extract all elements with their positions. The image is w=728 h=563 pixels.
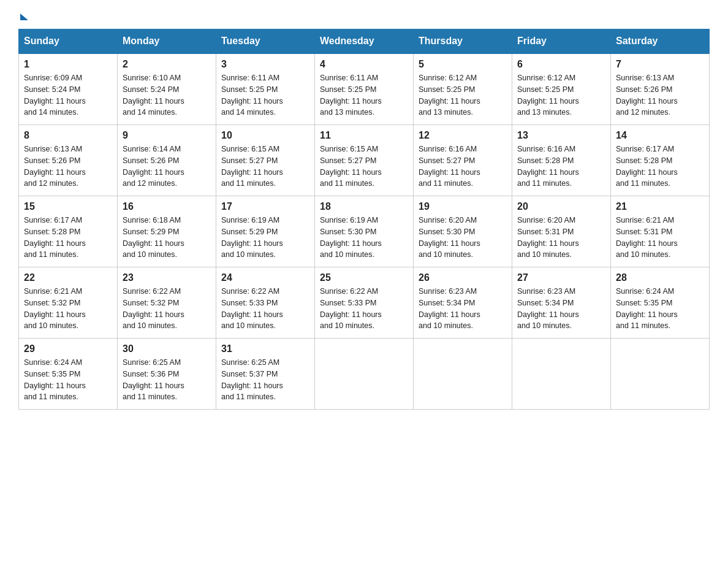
calendar-cell: 8 Sunrise: 6:13 AMSunset: 5:26 PMDayligh… — [19, 125, 118, 196]
day-number: 13 — [517, 130, 605, 141]
day-info: Sunrise: 6:19 AMSunset: 5:30 PMDaylight:… — [320, 216, 382, 259]
day-number: 21 — [616, 201, 704, 212]
day-info: Sunrise: 6:12 AMSunset: 5:25 PMDaylight:… — [517, 74, 579, 117]
day-number: 26 — [419, 272, 507, 283]
day-info: Sunrise: 6:20 AMSunset: 5:31 PMDaylight:… — [517, 216, 579, 259]
day-info: Sunrise: 6:10 AMSunset: 5:24 PMDaylight:… — [123, 74, 184, 117]
calendar-week-2: 8 Sunrise: 6:13 AMSunset: 5:26 PMDayligh… — [19, 125, 710, 196]
day-info: Sunrise: 6:17 AMSunset: 5:28 PMDaylight:… — [24, 216, 86, 259]
day-number: 31 — [221, 343, 309, 354]
calendar-cell: 13 Sunrise: 6:16 AMSunset: 5:28 PMDaylig… — [512, 125, 611, 196]
calendar-cell: 15 Sunrise: 6:17 AMSunset: 5:28 PMDaylig… — [19, 196, 118, 267]
day-number: 16 — [123, 201, 211, 212]
calendar-week-3: 15 Sunrise: 6:17 AMSunset: 5:28 PMDaylig… — [19, 196, 710, 267]
calendar-cell: 25 Sunrise: 6:22 AMSunset: 5:33 PMDaylig… — [315, 267, 414, 339]
day-number: 12 — [419, 130, 507, 141]
day-info: Sunrise: 6:25 AMSunset: 5:37 PMDaylight:… — [221, 358, 283, 401]
day-number: 29 — [24, 343, 112, 354]
calendar-cell — [414, 339, 512, 410]
day-number: 3 — [221, 59, 309, 70]
day-number: 9 — [123, 130, 211, 141]
day-info: Sunrise: 6:22 AMSunset: 5:33 PMDaylight:… — [320, 287, 382, 330]
day-number: 15 — [24, 201, 112, 212]
calendar-header-thursday: Thursday — [414, 29, 512, 54]
day-info: Sunrise: 6:17 AMSunset: 5:28 PMDaylight:… — [616, 145, 678, 188]
calendar-cell: 12 Sunrise: 6:16 AMSunset: 5:27 PMDaylig… — [414, 125, 512, 196]
calendar-cell: 6 Sunrise: 6:12 AMSunset: 5:25 PMDayligh… — [512, 53, 611, 125]
calendar-cell: 22 Sunrise: 6:21 AMSunset: 5:32 PMDaylig… — [19, 267, 118, 339]
calendar-body: 1 Sunrise: 6:09 AMSunset: 5:24 PMDayligh… — [19, 53, 710, 410]
calendar-header-row: SundayMondayTuesdayWednesdayThursdayFrid… — [19, 29, 710, 54]
calendar-week-5: 29 Sunrise: 6:24 AMSunset: 5:35 PMDaylig… — [19, 339, 710, 410]
day-number: 25 — [320, 272, 408, 283]
day-info: Sunrise: 6:21 AMSunset: 5:31 PMDaylight:… — [616, 216, 678, 259]
day-info: Sunrise: 6:16 AMSunset: 5:28 PMDaylight:… — [517, 145, 579, 188]
calendar-cell — [611, 339, 710, 410]
calendar-header-friday: Friday — [512, 29, 611, 54]
day-number: 22 — [24, 272, 112, 283]
day-number: 23 — [123, 272, 211, 283]
day-info: Sunrise: 6:24 AMSunset: 5:35 PMDaylight:… — [24, 358, 86, 401]
day-number: 17 — [221, 201, 309, 212]
day-info: Sunrise: 6:11 AMSunset: 5:25 PMDaylight:… — [320, 74, 382, 117]
calendar-cell: 4 Sunrise: 6:11 AMSunset: 5:25 PMDayligh… — [315, 53, 414, 125]
day-info: Sunrise: 6:18 AMSunset: 5:29 PMDaylight:… — [123, 216, 184, 259]
calendar-cell — [512, 339, 611, 410]
calendar-cell: 28 Sunrise: 6:24 AMSunset: 5:35 PMDaylig… — [611, 267, 710, 339]
day-info: Sunrise: 6:09 AMSunset: 5:24 PMDaylight:… — [24, 74, 86, 117]
calendar-cell: 14 Sunrise: 6:17 AMSunset: 5:28 PMDaylig… — [611, 125, 710, 196]
day-number: 24 — [221, 272, 309, 283]
calendar-cell: 10 Sunrise: 6:15 AMSunset: 5:27 PMDaylig… — [216, 125, 315, 196]
calendar-cell: 21 Sunrise: 6:21 AMSunset: 5:31 PMDaylig… — [611, 196, 710, 267]
calendar-cell: 9 Sunrise: 6:14 AMSunset: 5:26 PMDayligh… — [118, 125, 216, 196]
day-number: 4 — [320, 59, 408, 70]
calendar-cell: 1 Sunrise: 6:09 AMSunset: 5:24 PMDayligh… — [19, 53, 118, 125]
day-info: Sunrise: 6:13 AMSunset: 5:26 PMDaylight:… — [24, 145, 86, 188]
calendar-cell: 26 Sunrise: 6:23 AMSunset: 5:34 PMDaylig… — [414, 267, 512, 339]
day-info: Sunrise: 6:23 AMSunset: 5:34 PMDaylight:… — [517, 287, 579, 330]
calendar-cell: 23 Sunrise: 6:22 AMSunset: 5:32 PMDaylig… — [118, 267, 216, 339]
day-number: 10 — [221, 130, 309, 141]
calendar-header-wednesday: Wednesday — [315, 29, 414, 54]
calendar-week-1: 1 Sunrise: 6:09 AMSunset: 5:24 PMDayligh… — [19, 53, 710, 125]
calendar-header-sunday: Sunday — [19, 29, 118, 54]
day-info: Sunrise: 6:15 AMSunset: 5:27 PMDaylight:… — [221, 145, 283, 188]
calendar-cell: 19 Sunrise: 6:20 AMSunset: 5:30 PMDaylig… — [414, 196, 512, 267]
day-number: 28 — [616, 272, 704, 283]
day-number: 5 — [419, 59, 507, 70]
day-info: Sunrise: 6:22 AMSunset: 5:33 PMDaylight:… — [221, 287, 283, 330]
calendar-cell: 3 Sunrise: 6:11 AMSunset: 5:25 PMDayligh… — [216, 53, 315, 125]
calendar-cell: 31 Sunrise: 6:25 AMSunset: 5:37 PMDaylig… — [216, 339, 315, 410]
day-number: 8 — [24, 130, 112, 141]
day-number: 11 — [320, 130, 408, 141]
day-info: Sunrise: 6:11 AMSunset: 5:25 PMDaylight:… — [221, 74, 283, 117]
calendar-cell: 17 Sunrise: 6:19 AMSunset: 5:29 PMDaylig… — [216, 196, 315, 267]
day-number: 30 — [123, 343, 211, 354]
calendar-header-monday: Monday — [118, 29, 216, 54]
calendar-cell: 24 Sunrise: 6:22 AMSunset: 5:33 PMDaylig… — [216, 267, 315, 339]
calendar-cell: 20 Sunrise: 6:20 AMSunset: 5:31 PMDaylig… — [512, 196, 611, 267]
calendar-table: SundayMondayTuesdayWednesdayThursdayFrid… — [18, 29, 710, 410]
day-number: 14 — [616, 130, 704, 141]
day-number: 6 — [517, 59, 605, 70]
logo — [18, 12, 28, 17]
day-info: Sunrise: 6:23 AMSunset: 5:34 PMDaylight:… — [419, 287, 480, 330]
day-info: Sunrise: 6:12 AMSunset: 5:25 PMDaylight:… — [419, 74, 480, 117]
calendar-header-saturday: Saturday — [611, 29, 710, 54]
page-header — [18, 12, 710, 17]
day-info: Sunrise: 6:25 AMSunset: 5:36 PMDaylight:… — [123, 358, 184, 401]
calendar-cell: 11 Sunrise: 6:15 AMSunset: 5:27 PMDaylig… — [315, 125, 414, 196]
day-info: Sunrise: 6:14 AMSunset: 5:26 PMDaylight:… — [123, 145, 184, 188]
day-number: 19 — [419, 201, 507, 212]
day-number: 1 — [24, 59, 112, 70]
day-info: Sunrise: 6:21 AMSunset: 5:32 PMDaylight:… — [24, 287, 86, 330]
day-info: Sunrise: 6:19 AMSunset: 5:29 PMDaylight:… — [221, 216, 283, 259]
day-info: Sunrise: 6:15 AMSunset: 5:27 PMDaylight:… — [320, 145, 382, 188]
calendar-cell: 29 Sunrise: 6:24 AMSunset: 5:35 PMDaylig… — [19, 339, 118, 410]
day-info: Sunrise: 6:22 AMSunset: 5:32 PMDaylight:… — [123, 287, 184, 330]
day-info: Sunrise: 6:13 AMSunset: 5:26 PMDaylight:… — [616, 74, 678, 117]
calendar-header-tuesday: Tuesday — [216, 29, 315, 54]
day-number: 18 — [320, 201, 408, 212]
calendar-cell — [315, 339, 414, 410]
day-info: Sunrise: 6:20 AMSunset: 5:30 PMDaylight:… — [419, 216, 480, 259]
